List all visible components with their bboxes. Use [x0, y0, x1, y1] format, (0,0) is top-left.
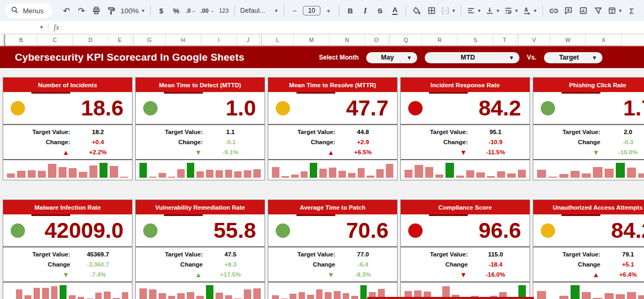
- spark-bar: [582, 292, 591, 299]
- decrease-font-size-button[interactable]: −: [288, 4, 302, 18]
- spark-bar: [497, 171, 505, 178]
- vertical-align-icon: [485, 6, 494, 15]
- menus-label: Menus: [23, 7, 44, 15]
- column-header-N[interactable]: N: [329, 35, 365, 46]
- chevron-down-icon: ▼: [496, 9, 500, 13]
- kpi-card[interactable]: Compliance Score 96.6 Target Value: 115.…: [400, 200, 530, 299]
- italic-button[interactable]: I: [358, 4, 372, 18]
- font-select[interactable]: Defaul...▼: [238, 4, 279, 18]
- increase-decimal-button[interactable]: .00→: [199, 4, 216, 18]
- decrease-decimal-button[interactable]: .0←: [184, 4, 198, 18]
- strikethrough-button[interactable]: S: [373, 4, 387, 18]
- spark-bar: [272, 167, 279, 178]
- spark-bar: [139, 288, 147, 299]
- column-header-E[interactable]: E: [109, 35, 131, 46]
- column-header-H[interactable]: H: [166, 35, 201, 46]
- column-header-B[interactable]: B: [5, 35, 37, 46]
- spark-bar: [445, 163, 453, 178]
- spark-bar: [571, 285, 580, 299]
- trend-triangle-icon: ▼: [533, 147, 607, 157]
- chevron-down-icon: ▼: [141, 9, 145, 13]
- period-dropdown[interactable]: MTD ▼: [425, 52, 519, 63]
- status-indicator-circle: [276, 101, 290, 115]
- kpi-card[interactable]: Incident Response Rate 84.2 Target Value…: [400, 77, 530, 180]
- kpi-card[interactable]: Mean Time to Resolve (MTTR) 47.7 Target …: [268, 77, 398, 180]
- column-header-R[interactable]: R: [422, 35, 458, 46]
- column-header-W[interactable]: W: [550, 35, 586, 46]
- status-indicator-circle: [408, 223, 423, 238]
- status-indicator-circle: [11, 101, 25, 115]
- kpi-card[interactable]: Malware Infection Rate 42009.0 Target Va…: [3, 200, 133, 299]
- insert-comment-button[interactable]: [562, 4, 575, 18]
- spark-bar: [282, 176, 289, 178]
- borders-button[interactable]: [425, 4, 439, 18]
- merge-cells-button[interactable]: ▼: [440, 4, 457, 18]
- insert-comment-icon: [564, 6, 573, 15]
- spark-bar: [168, 177, 176, 178]
- spark-bar: [466, 170, 474, 178]
- toolbar-divider: [339, 5, 340, 16]
- table-views-button[interactable]: ▼: [606, 4, 624, 18]
- horizontal-align-button[interactable]: ▼: [465, 4, 483, 18]
- spark-bar: [456, 176, 464, 178]
- menus-search-button[interactable]: Menus: [5, 3, 52, 18]
- kpi-card[interactable]: Average Time to Patch 70.6 Target Value:…: [268, 200, 398, 299]
- format-currency-button[interactable]: $: [154, 4, 168, 18]
- zoom-select[interactable]: 100%▼: [119, 4, 146, 18]
- column-header-Q[interactable]: Q: [390, 35, 422, 46]
- redo-button[interactable]: ↷: [75, 4, 88, 18]
- banner-controls: Select Month May ▼ MTD ▼ Vs. Target ▼: [319, 52, 602, 63]
- text-wrap-button[interactable]: ▼: [502, 4, 520, 18]
- increase-font-size-button[interactable]: +: [321, 4, 335, 18]
- spark-bar: [627, 292, 636, 299]
- column-header-L[interactable]: L: [262, 35, 294, 46]
- kpi-card[interactable]: Number of Incidents 18.6 Target Value: 1…: [3, 77, 133, 180]
- text-color-button[interactable]: A: [388, 4, 402, 18]
- column-header-I[interactable]: I: [201, 35, 237, 46]
- insert-link-button[interactable]: [547, 4, 560, 18]
- kpi-card[interactable]: Mean Time to Detect (MTTD) 1.0 Target Va…: [135, 77, 265, 180]
- font-size-input[interactable]: 10: [303, 6, 320, 15]
- kpi-card[interactable]: Phishing Click Rate 1.7 Target Value: 2.…: [533, 77, 644, 180]
- fx-label[interactable]: fx: [54, 23, 59, 32]
- column-header-M[interactable]: M: [294, 35, 329, 46]
- column-header-T[interactable]: T: [493, 35, 516, 46]
- kpi-card[interactable]: Vulnerability Remediation Rate 55.8 Targ…: [135, 200, 265, 299]
- column-header-O[interactable]: O: [365, 35, 388, 46]
- sum-functions-button[interactable]: Σ: [625, 4, 639, 18]
- column-header-C[interactable]: C: [37, 35, 73, 46]
- status-indicator-circle: [541, 101, 555, 115]
- print-button[interactable]: [89, 4, 103, 18]
- column-header-group: GHIJ: [133, 35, 260, 46]
- number-format-button[interactable]: 123: [217, 4, 230, 18]
- spark-bar: [537, 170, 546, 178]
- column-header-V[interactable]: V: [518, 35, 550, 46]
- vertical-align-button[interactable]: ▼: [484, 4, 501, 18]
- undo-button[interactable]: ↶: [60, 4, 73, 18]
- column-header-X[interactable]: X: [586, 35, 622, 46]
- text-rotation-button[interactable]: A ▼: [521, 4, 539, 18]
- trend-percent: -11.5%: [474, 147, 517, 157]
- spark-bar: [605, 293, 614, 299]
- spark-bar: [593, 167, 602, 178]
- kpi-card[interactable]: Unauthorized Access Attempts 84.2 Target…: [533, 200, 644, 299]
- sparkline-chart: [3, 283, 132, 299]
- filter-button[interactable]: [591, 4, 605, 18]
- status-indicator-circle: [11, 223, 25, 238]
- column-header-S[interactable]: S: [458, 35, 493, 46]
- fill-color-button[interactable]: [410, 4, 424, 18]
- column-header-J[interactable]: J: [237, 35, 260, 46]
- column-header-G[interactable]: G: [134, 35, 166, 46]
- spark-bar: [225, 295, 233, 299]
- chevron-down-icon: ▼: [39, 25, 44, 30]
- zoom-value: 100%: [120, 7, 139, 15]
- column-header-D[interactable]: D: [73, 35, 109, 46]
- compare-dropdown[interactable]: Target ▼: [544, 52, 602, 63]
- spark-bar: [476, 172, 484, 178]
- insert-chart-button[interactable]: [576, 4, 590, 18]
- name-box[interactable]: ▼: [0, 21, 48, 34]
- format-percent-button[interactable]: %: [169, 4, 183, 18]
- paint-format-button[interactable]: [104, 4, 118, 18]
- month-dropdown[interactable]: May ▼: [366, 52, 417, 63]
- bold-button[interactable]: B: [343, 4, 357, 18]
